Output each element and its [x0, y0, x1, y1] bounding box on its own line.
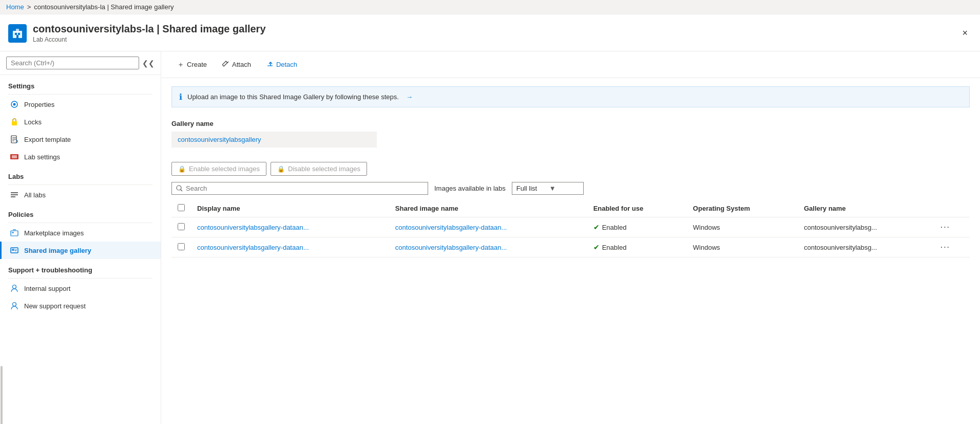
sidebar-item-label-properties: Properties [24, 101, 54, 108]
row-os-0: Windows [687, 217, 798, 237]
row-menu-button-1[interactable]: ··· [940, 243, 950, 251]
row-checkbox-0[interactable] [178, 223, 185, 230]
svg-rect-4 [16, 35, 18, 38]
detach-button[interactable]: Detach [261, 57, 303, 72]
marketplace-images-icon [10, 228, 19, 237]
svg-point-21 [13, 303, 16, 306]
disable-lock-icon: 🔒 [277, 165, 285, 173]
content-toolbar: ＋ Create Attach Detach [161, 51, 980, 78]
sidebar-item-properties[interactable]: Properties [0, 96, 161, 113]
sidebar-section-settings: Settings [0, 75, 161, 93]
sidebar-item-label-marketplace-images: Marketplace images [24, 229, 84, 237]
enabled-badge-0: ✔ Enabled [593, 223, 681, 231]
gallery-name-value[interactable]: contosouniversitylabsgallery [171, 132, 377, 148]
sidebar-divider-policies [8, 223, 152, 223]
sidebar-item-label-shared-image-gallery: Shared image gallery [24, 247, 91, 254]
info-banner-text: Upload an image to this Shared Image Gal… [187, 93, 399, 101]
shared-image-name-link-1[interactable]: contosouniversitylabsgallery-dataan... [395, 244, 507, 251]
sidebar-collapse-button[interactable]: ❮❮ [142, 57, 155, 69]
sidebar-item-lab-settings[interactable]: Lab settings [0, 148, 161, 165]
images-filter-dropdown[interactable]: Full list ▼ [512, 182, 584, 195]
detach-icon [266, 60, 274, 69]
svg-point-22 [177, 186, 181, 190]
col-enabled-for-use: Enabled for use [587, 200, 687, 217]
page-header: contosouniversitylabs-la | Shared image … [0, 14, 980, 51]
row-menu-cell-0[interactable]: ··· [934, 217, 970, 237]
row-display-name-1: contosouniversitylabsgallery-dataan... [191, 237, 389, 257]
sidebar-section-support: Support + troubleshooting [0, 259, 161, 277]
svg-point-6 [13, 103, 16, 106]
attach-button[interactable]: Attach [217, 57, 257, 72]
images-search-input[interactable] [186, 185, 424, 192]
internal-support-icon [10, 284, 19, 293]
info-icon: ℹ [179, 92, 182, 102]
svg-rect-17 [12, 249, 14, 251]
shared-image-name-link-0[interactable]: contosouniversitylabsgallery-dataan... [395, 224, 507, 231]
sidebar-divider-labs [8, 185, 152, 185]
sidebar-divider-settings [8, 94, 152, 95]
row-checkbox-cell-1[interactable] [171, 237, 191, 257]
breadcrumb-home[interactable]: Home [6, 3, 24, 11]
sidebar-item-internal-support[interactable]: Internal support [0, 280, 161, 297]
enable-lock-icon: 🔒 [178, 165, 186, 173]
dropdown-arrow-icon: ▼ [549, 185, 579, 192]
enable-selected-images-button[interactable]: 🔒 Enable selected images [171, 162, 266, 176]
sidebar-item-shared-image-gallery[interactable]: Shared image gallery [0, 242, 161, 259]
table-row: contosouniversitylabsgallery-dataan... c… [171, 217, 970, 237]
sidebar-search-input[interactable] [6, 57, 139, 69]
sidebar-item-all-labs[interactable]: All labs [0, 186, 161, 204]
sidebar-item-label-all-labs: All labs [24, 191, 46, 199]
sidebar-divider-support [8, 278, 152, 279]
col-actions-header [934, 200, 970, 217]
col-gallery-name: Gallery name [798, 200, 934, 217]
images-search-box[interactable] [171, 182, 428, 195]
search-icon [176, 185, 183, 192]
row-checkbox-cell-0[interactable] [171, 217, 191, 237]
sidebar-item-locks[interactable]: Locks [0, 113, 161, 131]
row-enabled-0: ✔ Enabled [587, 217, 687, 237]
col-display-name: Display name [191, 200, 389, 217]
properties-icon [10, 100, 19, 109]
sidebar-section-policies: Policies [0, 204, 161, 222]
select-all-header[interactable] [171, 200, 191, 217]
sidebar-item-marketplace-images[interactable]: Marketplace images [0, 224, 161, 242]
disable-selected-images-button[interactable]: 🔒 Disable selected images [271, 162, 367, 176]
col-operating-system: Operating System [687, 200, 798, 217]
sidebar-scrollbar-thumb [1, 366, 3, 424]
close-button[interactable]: × [958, 26, 972, 41]
row-menu-cell-1[interactable]: ··· [934, 237, 970, 257]
sidebar-item-export-template[interactable]: Export template [0, 131, 161, 148]
create-button[interactable]: ＋ Create [171, 57, 213, 72]
breadcrumb: Home > contosouniversitylabs-la | Shared… [0, 0, 980, 14]
display-name-link-1[interactable]: contosouniversitylabsgallery-dataan... [197, 244, 309, 251]
svg-rect-15 [12, 232, 14, 233]
sidebar-item-label-lab-settings: Lab settings [24, 153, 60, 161]
row-gallery-name-0: contosouniversitylabsg... [798, 217, 934, 237]
svg-line-23 [181, 190, 182, 191]
sidebar-item-new-support-request[interactable]: New support request [0, 297, 161, 315]
export-template-icon [10, 135, 19, 144]
row-os-1: Windows [687, 237, 798, 257]
sidebar-item-label-new-support-request: New support request [24, 302, 86, 310]
table-body: contosouniversitylabsgallery-dataan... c… [171, 217, 970, 257]
table-row: contosouniversitylabsgallery-dataan... c… [171, 237, 970, 257]
sidebar-item-label-internal-support: Internal support [24, 285, 70, 292]
row-shared-image-name-1: contosouniversitylabsgallery-dataan... [389, 237, 587, 257]
table-header: Display name Shared image name Enabled f… [171, 200, 970, 217]
new-support-request-icon [10, 301, 19, 310]
images-table: Display name Shared image name Enabled f… [171, 200, 970, 257]
content-area: ＋ Create Attach Detach ℹ Upload an image… [161, 51, 980, 424]
enabled-text-0: Enabled [602, 224, 627, 231]
select-all-checkbox[interactable] [178, 204, 185, 211]
row-menu-button-0[interactable]: ··· [940, 223, 950, 231]
svg-rect-3 [18, 33, 20, 35]
attach-icon [222, 60, 229, 69]
images-section: 🔒 Enable selected images 🔒 Disable selec… [161, 156, 980, 257]
row-checkbox-1[interactable] [178, 243, 185, 250]
header-icon [8, 24, 27, 43]
info-banner-link[interactable]: → [406, 93, 413, 101]
display-name-link-0[interactable]: contosouniversitylabsgallery-dataan... [197, 224, 309, 231]
svg-rect-2 [15, 33, 17, 35]
sidebar: ❮❮ Settings Properties Locks Export temp… [0, 51, 161, 424]
images-available-label: Images available in labs [434, 185, 506, 192]
